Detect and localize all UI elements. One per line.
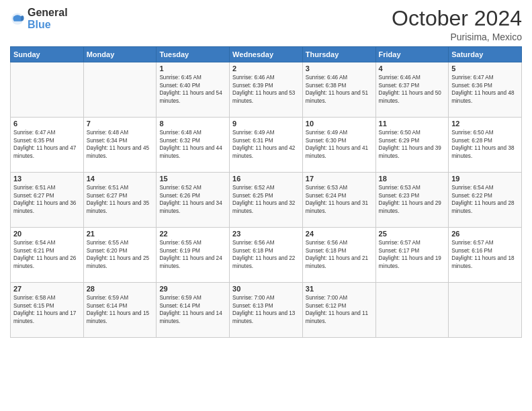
cell-info: Sunrise: 6:46 AMSunset: 6:38 PMDaylight:… <box>306 74 373 105</box>
cell-info: Sunrise: 6:46 AMSunset: 6:39 PMDaylight:… <box>232 74 300 105</box>
calendar-cell: 21Sunrise: 6:55 AMSunset: 6:20 PMDayligh… <box>83 228 157 283</box>
calendar-cell: 8Sunrise: 6:48 AMSunset: 6:32 PMDaylight… <box>157 118 230 173</box>
calendar-week-row: 20Sunrise: 6:54 AMSunset: 6:21 PMDayligh… <box>11 228 522 283</box>
calendar-cell: 29Sunrise: 6:59 AMSunset: 6:14 PMDayligh… <box>157 283 230 338</box>
calendar-cell: 11Sunrise: 6:50 AMSunset: 6:29 PMDayligh… <box>375 118 449 173</box>
calendar-cell: 6Sunrise: 6:47 AMSunset: 6:35 PMDaylight… <box>11 118 84 173</box>
calendar-cell: 12Sunrise: 6:50 AMSunset: 6:28 PMDayligh… <box>449 118 522 173</box>
cell-info: Sunrise: 6:56 AMSunset: 6:18 PMDaylight:… <box>306 239 373 270</box>
logo-text-block: General Blue <box>28 7 68 30</box>
cell-info: Sunrise: 6:59 AMSunset: 6:14 PMDaylight:… <box>159 294 226 325</box>
cell-info: Sunrise: 6:47 AMSunset: 6:35 PMDaylight:… <box>13 129 81 160</box>
calendar-cell: 31Sunrise: 7:00 AMSunset: 6:12 PMDayligh… <box>302 283 375 338</box>
cell-info: Sunrise: 6:48 AMSunset: 6:32 PMDaylight:… <box>159 129 226 160</box>
calendar-cell: 15Sunrise: 6:52 AMSunset: 6:26 PMDayligh… <box>157 173 230 228</box>
day-number: 26 <box>451 230 519 238</box>
calendar-cell: 3Sunrise: 6:46 AMSunset: 6:38 PMDaylight… <box>302 62 375 118</box>
calendar-cell: 28Sunrise: 6:59 AMSunset: 6:14 PMDayligh… <box>83 283 157 338</box>
day-number: 12 <box>451 120 519 128</box>
calendar-cell <box>375 283 449 338</box>
cell-info: Sunrise: 6:51 AMSunset: 6:27 PMDaylight:… <box>13 184 81 215</box>
cell-info: Sunrise: 6:55 AMSunset: 6:20 PMDaylight:… <box>87 239 154 270</box>
day-number: 7 <box>87 120 154 128</box>
cell-info: Sunrise: 6:59 AMSunset: 6:14 PMDaylight:… <box>87 294 154 325</box>
calendar-cell: 26Sunrise: 6:57 AMSunset: 6:16 PMDayligh… <box>449 228 522 283</box>
cell-info: Sunrise: 6:51 AMSunset: 6:27 PMDaylight:… <box>87 184 154 215</box>
day-number: 27 <box>13 285 81 293</box>
day-number: 16 <box>232 175 300 183</box>
day-number: 31 <box>306 285 373 293</box>
day-number: 19 <box>451 175 519 183</box>
calendar-cell: 13Sunrise: 6:51 AMSunset: 6:27 PMDayligh… <box>11 173 84 228</box>
weekday-header-wednesday: Wednesday <box>230 47 303 62</box>
header: General Blue October 2024 Purisima, Mexi… <box>10 7 522 42</box>
calendar-week-row: 27Sunrise: 6:58 AMSunset: 6:15 PMDayligh… <box>11 283 522 338</box>
cell-info: Sunrise: 6:57 AMSunset: 6:16 PMDaylight:… <box>451 239 519 270</box>
calendar-cell <box>83 62 157 118</box>
calendar-cell: 30Sunrise: 7:00 AMSunset: 6:13 PMDayligh… <box>230 283 303 338</box>
day-number: 22 <box>159 230 226 238</box>
cell-info: Sunrise: 7:00 AMSunset: 6:13 PMDaylight:… <box>232 294 300 325</box>
cell-info: Sunrise: 6:57 AMSunset: 6:17 PMDaylight:… <box>379 239 446 270</box>
weekday-header-friday: Friday <box>375 47 449 62</box>
day-number: 29 <box>159 285 226 293</box>
day-number: 15 <box>159 175 226 183</box>
title-block: October 2024 Purisima, Mexico <box>392 7 522 42</box>
cell-info: Sunrise: 6:46 AMSunset: 6:37 PMDaylight:… <box>379 74 446 105</box>
calendar-cell: 1Sunrise: 6:45 AMSunset: 6:40 PMDaylight… <box>157 62 230 118</box>
cell-info: Sunrise: 6:52 AMSunset: 6:25 PMDaylight:… <box>232 184 300 215</box>
day-number: 17 <box>306 175 373 183</box>
calendar-week-row: 6Sunrise: 6:47 AMSunset: 6:35 PMDaylight… <box>11 118 522 173</box>
day-number: 18 <box>379 175 446 183</box>
cell-info: Sunrise: 6:56 AMSunset: 6:18 PMDaylight:… <box>232 239 300 270</box>
cell-info: Sunrise: 6:49 AMSunset: 6:30 PMDaylight:… <box>306 129 373 160</box>
calendar-week-row: 1Sunrise: 6:45 AMSunset: 6:40 PMDaylight… <box>11 62 522 118</box>
calendar-cell: 17Sunrise: 6:53 AMSunset: 6:24 PMDayligh… <box>302 173 375 228</box>
calendar-cell <box>11 62 84 118</box>
calendar-cell <box>449 283 522 338</box>
calendar-cell: 2Sunrise: 6:46 AMSunset: 6:39 PMDaylight… <box>230 62 303 118</box>
day-number: 11 <box>379 120 446 128</box>
day-number: 21 <box>87 230 154 238</box>
logo: General Blue <box>10 7 68 30</box>
calendar-cell: 20Sunrise: 6:54 AMSunset: 6:21 PMDayligh… <box>11 228 84 283</box>
day-number: 30 <box>232 285 300 293</box>
day-number: 1 <box>159 64 226 73</box>
month-title: October 2024 <box>392 7 522 30</box>
weekday-header-saturday: Saturday <box>449 47 522 62</box>
calendar-cell: 16Sunrise: 6:52 AMSunset: 6:25 PMDayligh… <box>230 173 303 228</box>
day-number: 2 <box>232 64 300 73</box>
cell-info: Sunrise: 6:45 AMSunset: 6:40 PMDaylight:… <box>159 74 226 105</box>
day-number: 20 <box>13 230 81 238</box>
calendar-table: SundayMondayTuesdayWednesdayThursdayFrid… <box>10 46 522 338</box>
calendar-cell: 7Sunrise: 6:48 AMSunset: 6:34 PMDaylight… <box>83 118 157 173</box>
logo-blue: Blue <box>28 19 51 30</box>
weekday-header-thursday: Thursday <box>302 47 375 62</box>
weekday-header-monday: Monday <box>83 47 157 62</box>
cell-info: Sunrise: 6:53 AMSunset: 6:24 PMDaylight:… <box>306 184 373 215</box>
cell-info: Sunrise: 6:58 AMSunset: 6:15 PMDaylight:… <box>13 294 81 325</box>
cell-info: Sunrise: 6:50 AMSunset: 6:29 PMDaylight:… <box>379 129 446 160</box>
cell-info: Sunrise: 6:49 AMSunset: 6:31 PMDaylight:… <box>232 129 300 160</box>
day-number: 6 <box>13 120 81 128</box>
weekday-header-sunday: Sunday <box>11 47 84 62</box>
calendar-cell: 14Sunrise: 6:51 AMSunset: 6:27 PMDayligh… <box>83 173 157 228</box>
calendar-cell: 18Sunrise: 6:53 AMSunset: 6:23 PMDayligh… <box>375 173 449 228</box>
weekday-header-row: SundayMondayTuesdayWednesdayThursdayFrid… <box>11 47 522 62</box>
calendar-cell: 27Sunrise: 6:58 AMSunset: 6:15 PMDayligh… <box>11 283 84 338</box>
cell-info: Sunrise: 6:50 AMSunset: 6:28 PMDaylight:… <box>451 129 519 160</box>
day-number: 10 <box>306 120 373 128</box>
day-number: 14 <box>87 175 154 183</box>
day-number: 5 <box>451 64 519 73</box>
day-number: 28 <box>87 285 154 293</box>
calendar-cell: 23Sunrise: 6:56 AMSunset: 6:18 PMDayligh… <box>230 228 303 283</box>
calendar-week-row: 13Sunrise: 6:51 AMSunset: 6:27 PMDayligh… <box>11 173 522 228</box>
cell-info: Sunrise: 6:55 AMSunset: 6:19 PMDaylight:… <box>159 239 226 270</box>
calendar-cell: 25Sunrise: 6:57 AMSunset: 6:17 PMDayligh… <box>375 228 449 283</box>
day-number: 13 <box>13 175 81 183</box>
day-number: 9 <box>232 120 300 128</box>
cell-info: Sunrise: 7:00 AMSunset: 6:12 PMDaylight:… <box>306 294 373 325</box>
calendar-cell: 9Sunrise: 6:49 AMSunset: 6:31 PMDaylight… <box>230 118 303 173</box>
day-number: 4 <box>379 64 446 73</box>
calendar-cell: 10Sunrise: 6:49 AMSunset: 6:30 PMDayligh… <box>302 118 375 173</box>
